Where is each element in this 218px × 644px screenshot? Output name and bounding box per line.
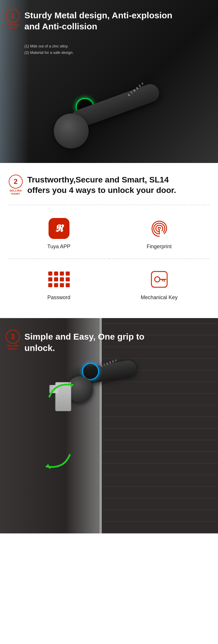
- pwd-dot-6: [54, 277, 58, 281]
- fingerprint-label: Fingerprint: [146, 244, 171, 250]
- tuya-app-icon: 𝕽: [49, 218, 69, 239]
- key-icon-wrap: [148, 268, 171, 291]
- lock-keypad-numbers: 6 7 8 9 0 #: [122, 56, 174, 102]
- pwd-dot-2: [54, 272, 58, 276]
- selling-number-2: 2: [9, 175, 23, 189]
- pwd-dot-10: [54, 283, 58, 287]
- selling-number-1: 1: [6, 9, 20, 23]
- door-key-0: 0: [112, 360, 114, 363]
- section2-title: Trustworthy,Secure and Smart, SL14 offer…: [27, 175, 190, 196]
- pwd-dot-1: [48, 272, 52, 276]
- selling-label-2: SELLINGPOINT: [10, 189, 22, 196]
- section2-panel: 2 SELLINGPOINT Trustworthy,Secure and Sm…: [0, 163, 218, 318]
- arrow-top-svg: [44, 376, 81, 402]
- door-key-6: 6: [100, 364, 103, 367]
- arrow-bottom-svg: [38, 449, 76, 475]
- selling-point-badge-3: 3 SELLINGPOINT: [6, 330, 20, 351]
- door-key-8: 8: [106, 362, 108, 365]
- section3-panel: 3 SELLINGPOINT Simple and Easy, One grip…: [0, 318, 218, 533]
- key-7: 7: [130, 91, 133, 95]
- section1-header: 1 SELLINGPOINT Sturdy Metal design, Anti…: [6, 9, 187, 32]
- point-2: (2) Material for a safe design.: [24, 49, 74, 56]
- lock-device-illustration: 6 7 8 9 0 #: [42, 61, 176, 154]
- selling-point-badge-1: 1 SELLINGPOINT: [6, 9, 20, 30]
- door-key-7: 7: [103, 363, 106, 366]
- pwd-dot-8: [66, 277, 70, 281]
- door-key-9: 9: [109, 361, 111, 364]
- section1-subtitle: (1) Mde out of a zinc alloy. (2) Materia…: [24, 43, 74, 56]
- selling-label-1: SELLINGPOINT: [7, 23, 19, 30]
- key-9: 9: [135, 86, 139, 90]
- pwd-dot-12: [66, 283, 70, 287]
- arrow-top: [44, 376, 81, 404]
- section1-title: Sturdy Metal design, Anti-explosion and …: [24, 10, 187, 32]
- pwd-dot-5: [48, 277, 52, 281]
- pwd-dot-3: [60, 272, 64, 276]
- key-6: 6: [127, 93, 131, 97]
- mechanical-key-label: Mechanical Key: [141, 294, 178, 301]
- section1-panel: 1 SELLINGPOINT Sturdy Metal design, Anti…: [0, 0, 218, 163]
- pwd-dot-9: [48, 283, 52, 287]
- point-1: (1) Mde out of a zinc alloy.: [24, 43, 74, 49]
- section3-header: 3 SELLINGPOINT Simple and Easy, One grip…: [6, 330, 170, 354]
- unlock-cell-tuya: 𝕽 Tuya APP: [9, 208, 109, 259]
- unlock-cell-mechanical-key: Mechanical Key: [109, 259, 209, 309]
- selling-label-3: SELLINGPOINT: [7, 344, 19, 351]
- selling-point-badge-2: 2 SELLINGPOINT: [9, 175, 23, 196]
- password-dots-icon: [48, 272, 70, 287]
- tuya-t-letter: 𝕽: [55, 222, 63, 235]
- password-label: Password: [47, 294, 70, 301]
- divider-top: [9, 205, 209, 205]
- tuya-label: Tuya APP: [47, 244, 70, 250]
- svg-point-2: [155, 277, 160, 282]
- unlock-methods-grid: 𝕽 Tuya APP Fingerprint: [9, 208, 209, 309]
- unlock-cell-password: Password: [9, 259, 109, 309]
- unlock-cell-fingerprint: Fingerprint: [109, 208, 209, 259]
- section2-header: 2 SELLINGPOINT Trustworthy,Secure and Sm…: [9, 175, 209, 196]
- pwd-dot-7: [60, 277, 64, 281]
- selling-number-3: 3: [6, 330, 20, 344]
- pwd-dot-11: [60, 283, 64, 287]
- password-icon-wrap: [47, 268, 71, 291]
- lock-base-mount: [54, 113, 89, 148]
- mechanical-key-svg-icon: [149, 269, 169, 290]
- section3-title: Simple and Easy, One grip to unlock.: [24, 331, 170, 354]
- fingerprint-icon-wrap: [148, 217, 171, 240]
- tuya-icon-wrap: 𝕽: [47, 217, 71, 240]
- arrow-bottom: [38, 449, 76, 476]
- fingerprint-svg-icon: [149, 218, 169, 239]
- key-hash: #: [141, 82, 144, 86]
- pwd-dot-4: [66, 272, 70, 276]
- key-8: 8: [133, 88, 136, 92]
- key-0: 0: [138, 84, 142, 88]
